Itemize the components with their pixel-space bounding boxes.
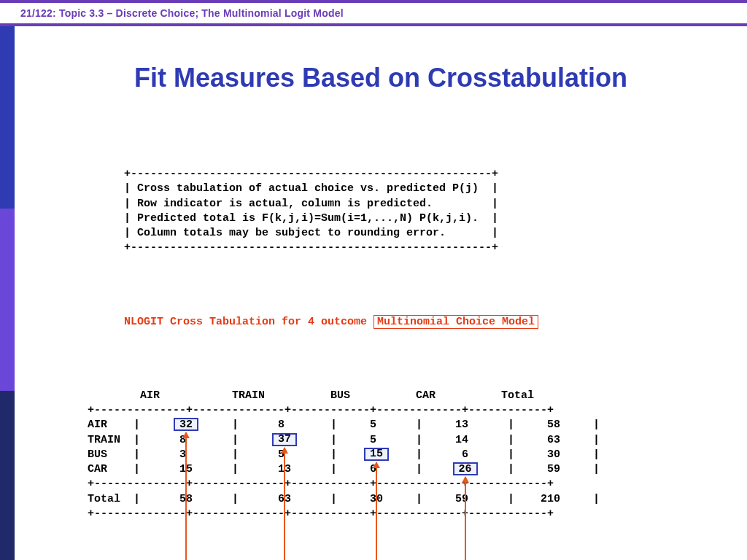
slide-counter-title: 21/122: Topic 3.3 – Discrete Choice; The…	[20, 7, 344, 19]
slide-content: Fit Measures Based on Crosstabulation +-…	[15, 26, 747, 560]
section1-table: AIR TRAIN BUS CAR Total +--------------+…	[88, 389, 725, 521]
model-label: NLOGIT Cross Tabulation for 4 outcome	[124, 316, 374, 328]
desc-box: +---------------------------------------…	[124, 167, 725, 256]
output-block: +---------------------------------------…	[36, 108, 725, 560]
slide-header: 21/122: Topic 3.3 – Discrete Choice; The…	[0, 3, 747, 23]
slide-title: Fit Measures Based on Crosstabulation	[36, 63, 725, 93]
model-name-box: Multinomial Choice Model	[374, 315, 538, 329]
slide-page: 21/122: Topic 3.3 – Discrete Choice; The…	[0, 0, 747, 560]
left-bar-navy	[0, 391, 15, 560]
left-bar-blue	[0, 26, 15, 209]
left-bar-purple	[0, 209, 15, 391]
section1-label-line: NLOGIT Cross Tabulation for 4 outcome Mu…	[124, 315, 725, 330]
